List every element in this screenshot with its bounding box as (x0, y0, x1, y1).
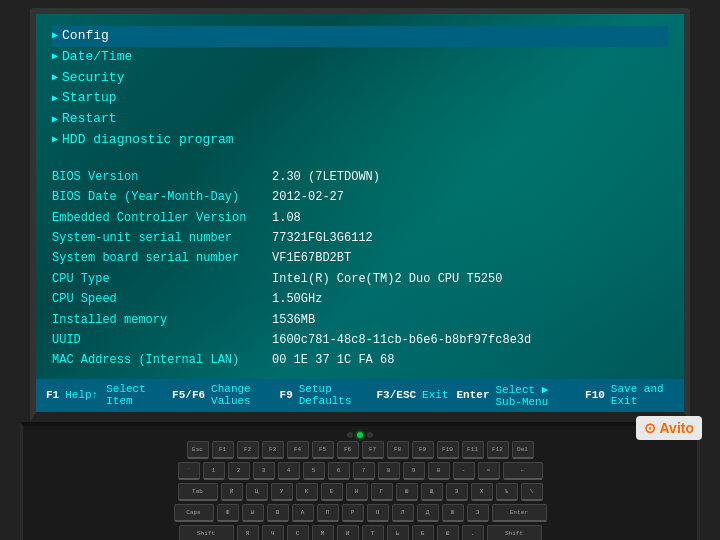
key-3[interactable]: 3 (253, 462, 275, 480)
info-row-bios-version: BIOS Version 2.30 (7LETDOWN) (52, 167, 668, 187)
key-shch[interactable]: Щ (421, 483, 443, 501)
key-n[interactable]: Н (346, 483, 368, 501)
led-power (357, 432, 363, 438)
key-f5[interactable]: F5 (312, 441, 334, 459)
key-backspace[interactable]: ← (503, 462, 543, 480)
key-sh[interactable]: Ш (396, 483, 418, 501)
key-p[interactable]: П (317, 504, 339, 522)
key-s[interactable]: С (287, 525, 309, 540)
menu-item-datetime[interactable]: ▶ Date/Time (52, 47, 668, 68)
key-f1: F1 (46, 389, 59, 401)
key-minus[interactable]: - (453, 462, 475, 480)
key-f6[interactable]: F6 (337, 441, 359, 459)
key-zh[interactable]: Ж (442, 504, 464, 522)
screen-bezel: ▶ Config ▶ Date/Time ▶ Security ▶ Startu… (30, 8, 690, 422)
info-row-board-serial: System board serial number VF1E67BD2BT (52, 248, 668, 268)
key-shift-right[interactable]: Shift (487, 525, 542, 540)
key-t[interactable]: Т (362, 525, 384, 540)
desc-help: Help↑ (65, 389, 98, 401)
key-8[interactable]: 8 (378, 462, 400, 480)
key-2[interactable]: 2 (228, 462, 250, 480)
key-a[interactable]: А (292, 504, 314, 522)
key-ch[interactable]: Ч (262, 525, 284, 540)
desc-sub-menu: Select ▶ Sub-Menu (496, 383, 578, 408)
menu-item-startup[interactable]: ▶ Startup (52, 88, 668, 109)
menu-item-config[interactable]: ▶ Config (52, 26, 668, 47)
key-f1[interactable]: F1 (212, 441, 234, 459)
key-f2[interactable]: F2 (237, 441, 259, 459)
key-u[interactable]: У (271, 483, 293, 501)
key-enter[interactable]: Enter (492, 504, 547, 522)
key-row-1: ` 1 2 3 4 5 6 7 8 9 0 - = ← (33, 462, 687, 480)
key-9[interactable]: 9 (403, 462, 425, 480)
menu-item-hdd[interactable]: ▶ HDD diagnostic program (52, 130, 668, 151)
key-5[interactable]: 5 (303, 462, 325, 480)
key-f9[interactable]: F9 (412, 441, 434, 459)
key-soft[interactable]: Э (467, 504, 489, 522)
key-ya[interactable]: Я (237, 525, 259, 540)
status-f1: F1 Help↑ (46, 389, 98, 401)
key-f7[interactable]: F7 (362, 441, 384, 459)
key-i[interactable]: И (337, 525, 359, 540)
info-row-bios-date: BIOS Date (Year-Month-Day) 2012-02-27 (52, 187, 668, 207)
info-row-cpu-speed: CPU Speed 1.50GHz (52, 289, 668, 309)
info-row-cpu-type: CPU Type Intel(R) Core(TM)2 Duo CPU T525… (52, 269, 668, 289)
key-f3esc: F3/ESC (376, 389, 416, 401)
key-4[interactable]: 4 (278, 462, 300, 480)
key-g[interactable]: Г (371, 483, 393, 501)
key-e[interactable]: Е (321, 483, 343, 501)
key-f-rus[interactable]: Ф (217, 504, 239, 522)
key-row-4: Shift Я Ч С М И Т Ь Б Ю . Shift (33, 525, 687, 540)
key-ts[interactable]: Ц (246, 483, 268, 501)
key-1[interactable]: 1 (203, 462, 225, 480)
key-softsign[interactable]: Ь (387, 525, 409, 540)
key-shift-left[interactable]: Shift (179, 525, 234, 540)
led-indicator (347, 432, 353, 438)
key-7[interactable]: 7 (353, 462, 375, 480)
info-row-unit-serial: System-unit serial number 77321FGL3G6112 (52, 228, 668, 248)
key-caps[interactable]: Caps (174, 504, 214, 522)
key-k[interactable]: К (296, 483, 318, 501)
key-o[interactable]: О (367, 504, 389, 522)
key-del[interactable]: Del (512, 441, 534, 459)
key-d[interactable]: Д (417, 504, 439, 522)
key-f8[interactable]: F8 (387, 441, 409, 459)
key-j[interactable]: Й (221, 483, 243, 501)
key-f3[interactable]: F3 (262, 441, 284, 459)
key-r[interactable]: Р (342, 504, 364, 522)
key-hard[interactable]: Ъ (496, 483, 518, 501)
key-l[interactable]: Л (392, 504, 414, 522)
info-row-uuid: UUID 1600c781-48c8-11cb-b6e6-b8bf97fc8e3… (52, 330, 668, 350)
key-dot[interactable]: . (462, 525, 484, 540)
menu-item-restart[interactable]: ▶ Restart (52, 109, 668, 130)
key-v[interactable]: В (267, 504, 289, 522)
key-z[interactable]: З (446, 483, 468, 501)
key-row-2: Tab Й Ц У К Е Н Г Ш Щ З Х Ъ \ (33, 483, 687, 501)
key-6[interactable]: 6 (328, 462, 350, 480)
key-0[interactable]: 0 (428, 462, 450, 480)
key-f12[interactable]: F12 (487, 441, 509, 459)
key-backslash[interactable]: \ (521, 483, 543, 501)
menu-item-security[interactable]: ▶ Security (52, 68, 668, 89)
key-yu[interactable]: Ю (437, 525, 459, 540)
keyboard-rows: Esc F1 F2 F3 F4 F5 F6 F7 F8 F9 F10 F11 F… (33, 441, 687, 540)
status-f10: F10 Save and Exit (585, 383, 674, 407)
info-section: BIOS Version 2.30 (7LETDOWN) BIOS Date (… (52, 167, 668, 371)
key-esc[interactable]: Esc (187, 441, 209, 459)
status-f9: F9 Setup Defaults (280, 383, 369, 407)
key-tab[interactable]: Tab (178, 483, 218, 501)
key-h[interactable]: Х (471, 483, 493, 501)
key-f11[interactable]: F11 (462, 441, 484, 459)
key-backtick[interactable]: ` (178, 462, 200, 480)
key-equals[interactable]: = (478, 462, 500, 480)
key-f9: F9 (280, 389, 293, 401)
key-y[interactable]: Ы (242, 504, 264, 522)
key-m[interactable]: М (312, 525, 334, 540)
bios-main: ▶ Config ▶ Date/Time ▶ Security ▶ Startu… (36, 14, 684, 379)
desc-exit: Exit (422, 389, 448, 401)
key-f4[interactable]: F4 (287, 441, 309, 459)
key-f10[interactable]: F10 (437, 441, 459, 459)
status-f3esc: F3/ESC Exit (376, 389, 448, 401)
keyboard-area: Esc F1 F2 F3 F4 F5 F6 F7 F8 F9 F10 F11 F… (20, 422, 700, 540)
key-b[interactable]: Б (412, 525, 434, 540)
